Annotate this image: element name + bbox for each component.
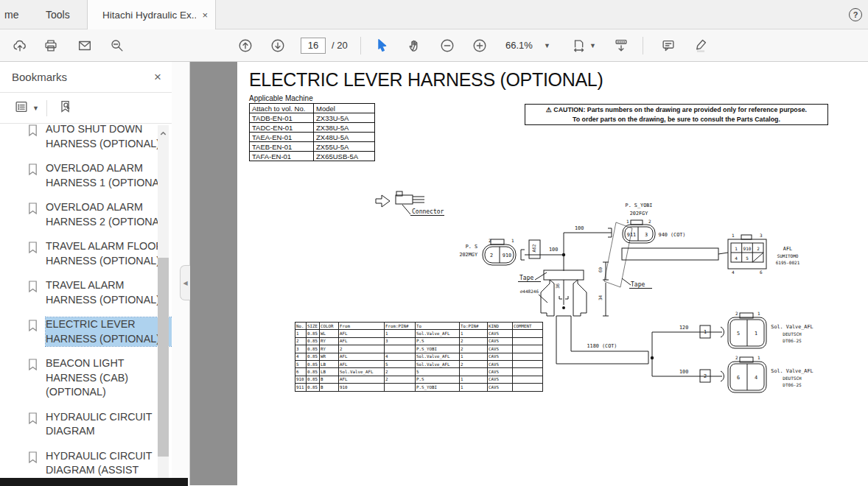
table-cell: 5 — [295, 360, 307, 367]
sol-top-pin-right: 1 — [757, 311, 760, 316]
bookmarks-title: Bookmarks — [12, 71, 154, 83]
help-icon[interactable]: ? — [849, 8, 862, 21]
sol-top-cell-right: 1 — [755, 331, 757, 337]
tab-tools[interactable]: Tools — [28, 0, 88, 29]
bookmark-item-selected[interactable]: ELECTRIC LEVER HARNESS (OPTIONAL) — [0, 312, 172, 351]
table-cell — [385, 345, 416, 353]
fit-page-icon — [572, 38, 588, 54]
email-button[interactable] — [77, 38, 93, 54]
print-button[interactable] — [43, 38, 59, 54]
page-number-input[interactable]: 16 — [301, 38, 326, 54]
table-cell: LB — [320, 368, 339, 376]
bookmark-options-button[interactable] — [13, 99, 29, 118]
scrollbar-thumb[interactable] — [158, 258, 169, 457]
envelope-icon — [77, 38, 93, 54]
tape-right-label: Tape — [631, 281, 645, 288]
search-icon — [109, 38, 125, 54]
sol-top-pin-left: 2 — [735, 311, 738, 316]
zoom-level-label[interactable]: 66.1% — [505, 40, 533, 51]
cursor-arrow-icon — [374, 38, 391, 54]
harness-bar-940 — [622, 248, 718, 260]
table-cell: CAVS — [488, 330, 513, 337]
table-cell — [513, 353, 543, 360]
table-cell: 2 — [460, 337, 488, 345]
bookmarks-toolbar-divider — [46, 100, 47, 116]
dim-34-label: 34 — [598, 295, 603, 300]
hide-toolbar-button[interactable] — [613, 38, 629, 54]
table-cell: 1 — [385, 330, 416, 337]
table-cell: CAVS — [488, 345, 513, 353]
table-cell: P.S — [416, 337, 460, 345]
previous-page-button[interactable] — [237, 38, 253, 54]
bookmark-search-icon — [57, 99, 74, 115]
panel-gutter: ◀ — [172, 62, 190, 485]
bookmark-item[interactable]: TRAVEL ALARM HARNESS (OPTIONAL) — [0, 273, 172, 312]
bookmark-icon — [27, 280, 38, 294]
zoom-out-button[interactable] — [439, 38, 455, 54]
zoom-dropdown-caret-icon[interactable]: ▼ — [544, 42, 550, 49]
hand-tool-button[interactable] — [407, 38, 423, 54]
table-cell: 0.85 — [307, 337, 320, 345]
table-cell — [513, 360, 543, 367]
sol-top-cell-left: 5 — [737, 331, 740, 337]
bookmarks-scrollbar[interactable] — [158, 125, 169, 485]
highlight-button[interactable] — [693, 38, 709, 54]
fit-dropdown-caret-icon[interactable]: ▼ — [589, 42, 596, 49]
harness-1180-label: 1180 (COT) — [587, 343, 617, 349]
table-cell — [513, 337, 543, 345]
cloud-upload-icon — [12, 38, 28, 54]
bookmark-item[interactable]: AUTO SHUT DOWN HARNESS (OPTIONAL) — [0, 117, 172, 156]
tab-home[interactable]: me — [0, 0, 26, 29]
comment-button[interactable] — [660, 38, 676, 54]
bookmark-item[interactable]: BEACON LIGHT HARNESS (CAB) (OPTIONAL) — [0, 351, 172, 405]
table-header-cell: From:PIN# — [385, 323, 416, 330]
table-cell: P.S_YOBI — [416, 384, 460, 391]
bookmark-label: OVERLOAD ALARM HARNESS 1 (OPTIONAL) — [46, 161, 172, 190]
page-total-label: / 20 — [332, 40, 348, 51]
bookmark-item[interactable]: HYDRAULIC CIRCUIT DIAGRAM — [0, 405, 172, 444]
dim-60-label: 60 — [598, 267, 603, 272]
table-cell: 0.85 — [307, 353, 320, 360]
bookmark-item[interactable]: OVERLOAD ALARM HARNESS 2 (OPTIONAL) — [0, 195, 172, 234]
table-cell: AFL — [339, 337, 385, 345]
document-canvas[interactable]: ELECTRIC LEVER HARNESS (OPTIONAL) Applic… — [190, 62, 868, 485]
bookmarks-close-icon[interactable]: × — [154, 70, 161, 85]
sol-bottom-pin-left: 2 — [735, 355, 738, 360]
legend-connector: Connector — [376, 191, 444, 216]
collapse-panel-button[interactable]: ◀ — [180, 265, 190, 300]
bookmarks-list: AUTO SHUT DOWN HARNESS (OPTIONAL) OVERLO… — [0, 117, 172, 486]
share-upload-button[interactable] — [12, 38, 28, 54]
bookmarks-panel: Bookmarks × ▼ AUTO SHUT DOWN HARNESS (OP… — [0, 62, 172, 485]
sol-bottom-code: DT06-2S — [783, 382, 802, 387]
close-tab-icon[interactable]: × — [202, 10, 208, 21]
table-cell: CAVS — [488, 360, 513, 367]
table-cell: AFL — [339, 353, 385, 360]
bookmark-icon — [27, 124, 38, 138]
table-cell: 2 — [339, 345, 385, 353]
sol-bottom-wire-length: 100 — [679, 369, 688, 375]
minus-circle-icon — [439, 38, 455, 54]
bookmark-label: OVERLOAD ALARM HARNESS 2 (OPTIONAL) — [46, 200, 172, 229]
ps-yobi-pin-right: 2 — [648, 219, 651, 224]
bookmark-item[interactable]: TRAVEL ALARM FLOOR HARNESS (OPTIONAL) — [0, 234, 172, 273]
scroll-up-icon[interactable] — [159, 127, 167, 135]
arrow-down-circle-icon — [270, 38, 286, 54]
next-page-button[interactable] — [270, 38, 286, 54]
table-cell: RY — [320, 345, 339, 353]
select-tool-button[interactable] — [374, 38, 391, 54]
table-header-cell: To — [416, 323, 460, 330]
wire-length-100-upper: 100 — [575, 225, 584, 231]
zoom-in-button[interactable] — [472, 38, 488, 54]
table-cell — [513, 368, 543, 376]
options-caret-icon[interactable]: ▼ — [32, 105, 39, 112]
table-cell: AFL — [339, 360, 385, 367]
table-cell: CAVS — [488, 337, 513, 345]
search-button[interactable] — [109, 38, 125, 54]
find-current-bookmark-button[interactable] — [57, 99, 74, 118]
table-cell: LB — [320, 360, 339, 367]
bookmark-label: AUTO SHUT DOWN HARNESS (OPTIONAL) — [46, 122, 172, 151]
table-cell: 1 — [460, 384, 488, 391]
bookmark-item[interactable]: OVERLOAD ALARM HARNESS 1 (OPTIONAL) — [0, 156, 172, 195]
tab-document[interactable]: Hitachi Hydraulic Ex... × — [87, 0, 216, 29]
fit-width-button[interactable] — [572, 38, 588, 54]
